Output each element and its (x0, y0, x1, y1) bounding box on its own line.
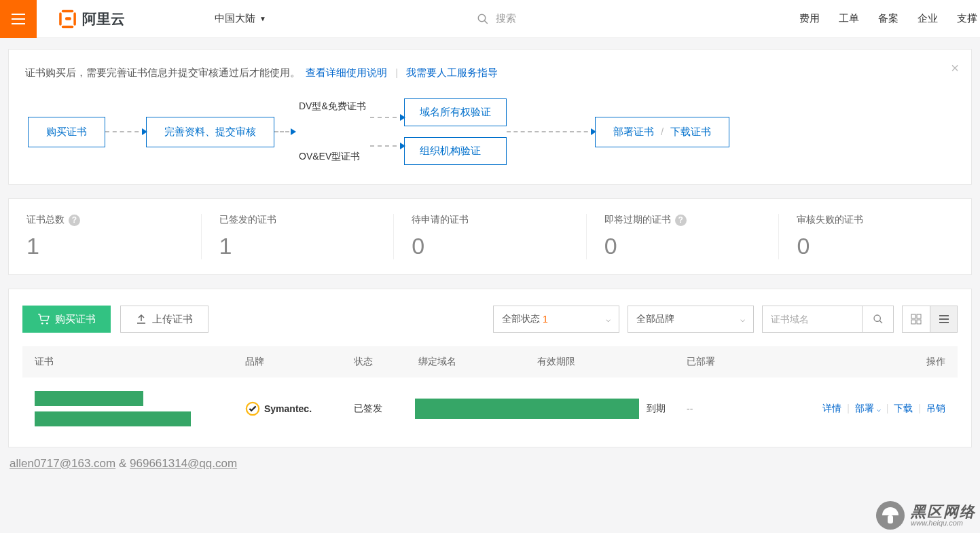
watermark: 黑区网络 www.heiqu.com (875, 500, 976, 530)
cell-status: 已签发 (354, 403, 418, 415)
stat-total-value: 1 (26, 233, 201, 259)
flow-diagram: 购买证书 完善资料、提交审核 DV型&免费证书 OV&EV型证书 域名所有权验证… (25, 98, 955, 165)
cell-cert (35, 391, 245, 426)
svg-line-6 (484, 20, 488, 24)
arrow-icon (105, 131, 146, 132)
search-box[interactable]: 搜索 (477, 12, 516, 25)
stat-issued: 已签发的证书 1 (202, 214, 395, 259)
nav-fee[interactable]: 费用 (799, 12, 820, 25)
close-icon[interactable]: × (951, 60, 959, 76)
svg-rect-20 (888, 515, 893, 523)
flow-step-domain-verify: 域名所有权验证 (404, 98, 507, 126)
nav-ticket[interactable]: 工单 (839, 12, 859, 25)
svg-line-10 (879, 320, 882, 323)
cell-brand: Symantec. (245, 401, 354, 416)
search-icon (477, 13, 489, 25)
arrow-icon (274, 131, 295, 132)
action-revoke[interactable]: 吊销 (926, 403, 945, 415)
upload-cert-button[interactable]: 上传证书 (120, 306, 208, 333)
top-nav: 费用 工单 备案 企业 支撑 (799, 12, 980, 25)
status-filter-select[interactable]: 全部状态 1 ⌵ (493, 306, 619, 333)
top-header: 阿里云 中国大陆 ▼ 搜索 费用 工单 备案 企业 支撑 (0, 0, 980, 38)
svg-point-7 (41, 323, 43, 325)
table-row: Symantec. 已签发 到期 -- 详情| 部署 ⌵| 下载| 吊销 (22, 378, 958, 440)
action-detail[interactable]: 详情 (822, 403, 841, 415)
svg-rect-12 (917, 314, 921, 318)
watermark-cn: 黑区网络 (911, 504, 976, 519)
redacted-block (35, 411, 191, 426)
flow-step-buy: 购买证书 (28, 117, 105, 147)
stat-total: 证书总数? 1 (9, 214, 202, 259)
th-cert: 证书 (35, 356, 245, 368)
help-icon[interactable]: ? (69, 215, 80, 226)
brand-filter-select[interactable]: 全部品牌 ⌵ (628, 306, 754, 333)
view-toggle (902, 306, 958, 333)
th-deployed: 已部署 (687, 356, 785, 368)
notice-text: 证书购买后，需要完善证书信息并提交审核通过后才能使用。 查看详细使用说明 | 我… (25, 65, 955, 81)
chevron-down-icon: ⌵ (606, 314, 611, 324)
svg-rect-1 (12, 18, 25, 20)
stat-expiring: 即将过期的证书? 0 (587, 214, 780, 259)
redacted-block (35, 391, 143, 406)
chevron-down-icon: ⌵ (740, 314, 745, 324)
action-deploy[interactable]: 部署 ⌵ (855, 403, 881, 415)
action-download[interactable]: 下载 (894, 403, 913, 415)
th-expire: 有效期限 (537, 356, 687, 368)
mushroom-icon (875, 500, 905, 530)
arrow-icon (370, 145, 404, 147)
domain-search-button[interactable] (863, 306, 894, 333)
upload-icon (136, 314, 147, 325)
cell-actions: 详情| 部署 ⌵| 下载| 吊销 (785, 403, 945, 415)
aliyun-logo[interactable]: 阿里云 (52, 9, 160, 29)
link-help[interactable]: 我需要人工服务指导 (406, 67, 498, 78)
grid-view-button[interactable] (903, 306, 930, 332)
menu-toggle-button[interactable] (0, 0, 37, 38)
cell-deployed: -- (687, 403, 785, 414)
footer-amp: & (119, 457, 126, 470)
watermark-en: www.heiqu.com (911, 519, 976, 527)
th-brand: 品牌 (245, 356, 354, 368)
nav-enterprise[interactable]: 企业 (918, 12, 938, 25)
th-action: 操作 (785, 356, 945, 368)
divider: | (395, 67, 398, 78)
svg-rect-14 (917, 320, 921, 324)
flow-type-labels: DV型&免费证书 OV&EV型证书 (299, 100, 366, 163)
cart-icon (37, 314, 50, 325)
svg-rect-13 (911, 320, 915, 324)
footer-email-2[interactable]: 969661314@qq.com (130, 457, 237, 470)
grid-icon (911, 314, 922, 325)
flow-step-submit: 完善资料、提交审核 (146, 117, 274, 147)
flow-step-deploy: 部署证书 / 下载证书 (595, 117, 730, 147)
cert-table-panel: 购买证书 上传证书 全部状态 1 ⌵ 全部品牌 ⌵ (8, 289, 972, 447)
svg-point-9 (874, 315, 880, 321)
stat-pending: 待申请的证书 0 (394, 214, 587, 259)
list-view-button[interactable] (930, 306, 957, 332)
stats-panel: 证书总数? 1 已签发的证书 1 待申请的证书 0 即将过期的证书? 0 审核失… (8, 198, 972, 275)
domain-search-input[interactable] (762, 306, 863, 333)
link-doc[interactable]: 查看详细使用说明 (306, 67, 387, 78)
list-icon (939, 314, 949, 325)
stat-issued-value: 1 (219, 233, 394, 259)
nav-support[interactable]: 支撑 (957, 12, 977, 25)
arrow-icon (507, 131, 595, 132)
svg-point-8 (46, 323, 48, 325)
region-selector[interactable]: 中国大陆 ▼ (215, 12, 266, 25)
footer-email-1[interactable]: allen0717@163.com (10, 457, 115, 470)
search-icon (873, 314, 884, 325)
svg-point-5 (478, 14, 486, 22)
help-icon[interactable]: ? (675, 215, 687, 226)
svg-text:阿里云: 阿里云 (82, 11, 125, 26)
notice-prefix: 证书购买后，需要完善证书信息并提交审核通过后才能使用。 (25, 67, 300, 78)
nav-beian[interactable]: 备案 (878, 12, 899, 25)
stat-failed: 审核失败的证书 0 (779, 214, 971, 259)
stat-pending-value: 0 (412, 233, 586, 259)
th-status: 状态 (354, 356, 418, 368)
flow-step-org-verify: 组织机构验证 (404, 137, 507, 165)
buy-cert-button[interactable]: 购买证书 (22, 306, 111, 333)
expire-suffix: 到期 (647, 403, 666, 415)
hamburger-icon (12, 14, 25, 24)
footer: allen0717@163.com & 969661314@qq.com (0, 447, 980, 480)
redacted-block (415, 399, 639, 419)
th-domain: 绑定域名 (418, 356, 537, 368)
stat-failed-value: 0 (797, 233, 971, 259)
